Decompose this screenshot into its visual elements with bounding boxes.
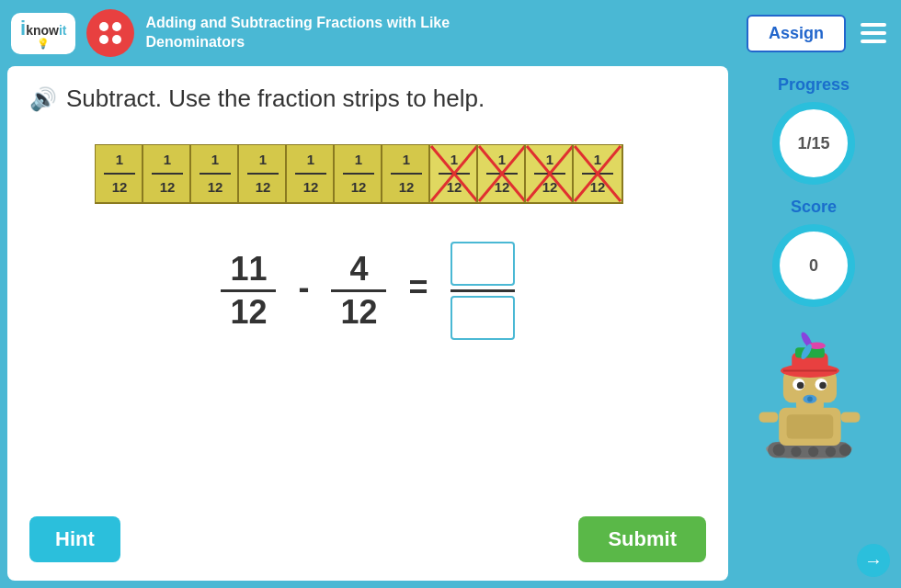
svg-point-57 bbox=[826, 447, 836, 457]
svg-text:12: 12 bbox=[351, 179, 367, 195]
question-text-area: 🔊 Subtract. Use the fraction strips to h… bbox=[29, 85, 706, 113]
fraction2-numerator: 4 bbox=[349, 253, 368, 286]
score-value: 0 bbox=[809, 256, 818, 276]
svg-text:1: 1 bbox=[259, 152, 267, 167]
svg-text:1: 1 bbox=[211, 152, 219, 167]
svg-text:12: 12 bbox=[256, 179, 271, 195]
dice-icon bbox=[86, 9, 134, 57]
fraction-strip: 1 12 1 12 1 12 1 12 bbox=[95, 144, 641, 205]
svg-text:1: 1 bbox=[498, 152, 506, 167]
svg-rect-62 bbox=[759, 412, 779, 422]
svg-text:1: 1 bbox=[116, 152, 123, 167]
answer-line bbox=[450, 289, 515, 292]
svg-point-54 bbox=[773, 444, 785, 456]
progress-value: 1/15 bbox=[797, 134, 829, 153]
fraction1-numerator: 11 bbox=[230, 253, 267, 286]
progress-label: Progress bbox=[778, 75, 850, 95]
logo: i know it 💡 bbox=[11, 13, 75, 54]
sidebar: Progress 1/15 Score 0 bbox=[736, 66, 901, 588]
score-label: Score bbox=[791, 198, 837, 217]
speaker-icon[interactable]: 🔊 bbox=[29, 86, 57, 112]
svg-point-55 bbox=[791, 447, 801, 457]
robot-svg bbox=[745, 322, 873, 459]
svg-text:1: 1 bbox=[355, 152, 362, 167]
header: i know it 💡 Adding and Subtracting Fract… bbox=[0, 0, 901, 66]
svg-text:12: 12 bbox=[303, 179, 319, 195]
equation: 11 12 - 4 12 = bbox=[29, 242, 706, 340]
question-text: Subtract. Use the fraction strips to hel… bbox=[66, 85, 485, 113]
svg-text:12: 12 bbox=[160, 179, 176, 195]
score-circle: 0 bbox=[772, 224, 855, 307]
lesson-title: Adding and Subtracting Fractions with Li… bbox=[145, 14, 736, 52]
svg-text:1: 1 bbox=[307, 152, 314, 167]
svg-text:12: 12 bbox=[399, 179, 415, 195]
robot-mascot bbox=[745, 322, 883, 469]
menu-button[interactable] bbox=[857, 19, 890, 47]
progress-circle: 1/15 bbox=[772, 102, 855, 185]
fraction1-denominator: 12 bbox=[230, 296, 267, 329]
fraction1-line bbox=[221, 289, 276, 292]
question-panel: 🔊 Subtract. Use the fraction strips to h… bbox=[7, 66, 728, 581]
answer-denominator-input[interactable] bbox=[450, 296, 515, 340]
answer-numerator-input[interactable] bbox=[450, 242, 515, 286]
svg-rect-61 bbox=[841, 412, 861, 422]
svg-point-67 bbox=[797, 382, 804, 390]
svg-point-68 bbox=[819, 382, 827, 390]
svg-point-56 bbox=[808, 447, 818, 457]
assign-button[interactable]: Assign bbox=[747, 15, 846, 52]
bottom-bar: Hint Submit bbox=[29, 502, 706, 562]
svg-text:1: 1 bbox=[546, 152, 553, 167]
svg-text:1: 1 bbox=[403, 152, 410, 167]
svg-text:1: 1 bbox=[450, 152, 458, 167]
equals-sign: = bbox=[408, 268, 428, 314]
svg-text:12: 12 bbox=[112, 179, 128, 195]
svg-text:12: 12 bbox=[208, 179, 223, 195]
operator: - bbox=[298, 268, 309, 314]
fraction-1: 11 12 bbox=[221, 253, 276, 329]
svg-point-70 bbox=[807, 397, 813, 402]
main-content: 🔊 Subtract. Use the fraction strips to h… bbox=[0, 66, 901, 588]
next-arrow[interactable]: → bbox=[857, 544, 890, 577]
svg-text:1: 1 bbox=[594, 152, 601, 167]
fraction-strip-svg: 1 12 1 12 1 12 1 12 bbox=[95, 144, 641, 205]
svg-point-58 bbox=[839, 444, 851, 456]
fraction2-denominator: 12 bbox=[340, 296, 377, 329]
svg-rect-60 bbox=[787, 414, 834, 438]
fraction-2: 4 12 bbox=[331, 253, 386, 329]
fraction2-line bbox=[331, 289, 386, 292]
hint-button[interactable]: Hint bbox=[29, 516, 120, 562]
answer-fraction bbox=[450, 242, 515, 340]
submit-button[interactable]: Submit bbox=[578, 516, 706, 562]
svg-text:1: 1 bbox=[164, 152, 171, 167]
